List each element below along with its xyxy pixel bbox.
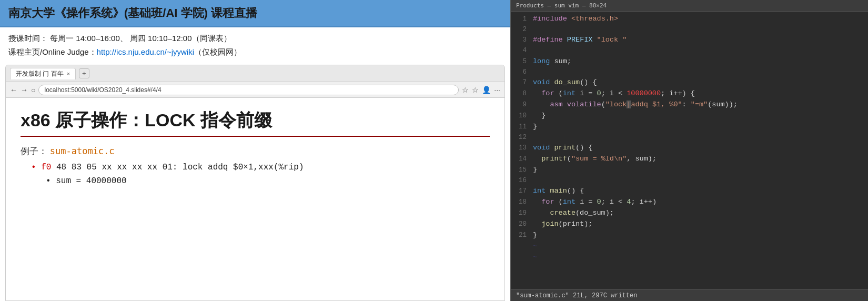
profile-icon[interactable]: 👤	[482, 86, 491, 94]
course-homepage: 课程主页/Online Judge：http://ics.nju.edu.cn/…	[8, 45, 502, 59]
slide-example-label: 例子： sum-atomic.c	[21, 145, 490, 157]
tab-close-button[interactable]: ×	[67, 71, 70, 77]
course-time: 授课时间： 每周一 14:00–16:00、 周四 10:10–12:00（同课…	[8, 32, 502, 45]
browser-tab[interactable]: 开发版制 门 百年 ×	[10, 68, 76, 79]
code-line-11: 11 }	[511, 122, 868, 133]
line-num-4: 4	[515, 46, 527, 56]
code-content-19: create(do_sum);	[533, 208, 614, 219]
code-line-7: 7 void do_sum() {	[511, 77, 868, 88]
code-line-14: 14 printf("sum = %ld\n", sum);	[511, 154, 868, 165]
browser-window: 开发版制 门 百年 × + ← → ○ localhost:5000/wiki/…	[5, 65, 505, 301]
browser-toolbar: 开发版制 门 百年 × +	[6, 65, 504, 82]
code-line-tilde1: ~	[511, 241, 868, 252]
code-line-15: 15 }	[511, 165, 868, 176]
code-content-21: }	[533, 230, 537, 241]
homepage-text-suffix: （仅校园网）	[194, 47, 241, 56]
tab-add-button[interactable]: +	[79, 68, 89, 78]
line-num-18: 18	[515, 197, 527, 207]
code-content-9: asm volatile("lock|addq $1, %0": "=m"(su…	[533, 99, 738, 111]
more-options-icon[interactable]: ···	[494, 86, 500, 94]
example-link[interactable]: sum-atomic.c	[50, 146, 115, 156]
browser-content: x86 原子操作：LOCK 指令前缀 例子： sum-atomic.c • f0…	[6, 98, 504, 300]
code-content-5: long sum;	[533, 56, 571, 67]
code-area: 1 #include <threads.h> 2 3 #define PREFI…	[511, 12, 868, 289]
bullet-rest: 48 83 05 xx xx xx xx 01: lock addq $0×1,…	[51, 163, 304, 172]
code-line-2: 2	[511, 25, 868, 35]
left-panel: 南京大学《操作系统》(基础班/AI 学院) 课程直播 授课时间： 每周一 14:…	[0, 0, 510, 301]
example-text: 例子：	[21, 146, 47, 156]
code-content-3: #define PREFIX "lock "	[533, 35, 627, 46]
editor-status: "sum-atomic.c" 21L, 297C written	[511, 289, 868, 301]
line-num-20: 20	[515, 219, 527, 229]
line-num-19: 19	[515, 208, 527, 218]
code-line-17: 17 int main() {	[511, 186, 868, 197]
code-line-16: 16	[511, 176, 868, 186]
line-num-1: 1	[515, 14, 527, 24]
line-num-3: 3	[515, 35, 527, 45]
code-line-19: 19 create(do_sum);	[511, 208, 868, 219]
code-content-1: #include <threads.h>	[533, 14, 618, 25]
code-content-13: void print() {	[533, 143, 592, 154]
slide-title: x86 原子操作：LOCK 指令前缀	[21, 108, 490, 133]
homepage-text-prefix: 课程主页/Online Judge：	[8, 47, 97, 56]
code-line-3: 3 #define PREFIX "lock "	[511, 35, 868, 46]
course-info: 授课时间： 每周一 14:00–16:00、 周四 10:10–12:00（同课…	[0, 27, 510, 61]
code-line-tilde2: ~	[511, 252, 868, 263]
line-num-14: 14	[515, 154, 527, 164]
code-content-20: join(print);	[533, 219, 592, 230]
code-content-18: for (int i = 0; i < 4; i++)	[533, 197, 657, 208]
line-num-10: 10	[515, 111, 527, 121]
slide-divider	[21, 136, 490, 137]
bookmark-star[interactable]: ☆	[462, 86, 469, 94]
code-content-10: }	[533, 111, 546, 122]
line-num-5: 5	[515, 57, 527, 67]
code-line-18: 18 for (int i = 0; i < 4; i++)	[511, 197, 868, 208]
editor-titlebar: Products — sum vim — 80×24	[511, 0, 868, 12]
code-line-10: 10 }	[511, 111, 868, 122]
editor-title: Products — sum vim — 80×24	[516, 2, 607, 9]
line-num-16: 16	[515, 176, 527, 186]
refresh-button[interactable]: ○	[31, 86, 35, 94]
address-bar[interactable]: localhost:5000/wiki/OS2020_4.slides#/4/4	[38, 85, 459, 95]
code-content-7: void do_sum() {	[533, 77, 597, 88]
code-line-13: 13 void print() {	[511, 143, 868, 154]
code-line-8: 8 for (int i = 0; i < 10000000; i++) {	[511, 88, 868, 99]
code-line-12: 12	[511, 133, 868, 143]
line-num-11: 11	[515, 122, 527, 132]
line-num-2: 2	[515, 25, 527, 35]
code-content-11: }	[533, 122, 537, 133]
line-num-21: 21	[515, 230, 527, 240]
slide-bullet-1: • f0 48 83 05 xx xx xx xx 01: lock addq …	[31, 163, 490, 172]
tilde-2: ~	[533, 252, 537, 263]
url-text: localhost:5000/wiki/OS2020_4.slides#/4/4	[44, 86, 161, 94]
code-content-15: }	[533, 165, 537, 176]
forward-button[interactable]: →	[21, 86, 28, 94]
line-num-6: 6	[515, 67, 527, 77]
line-num-13: 13	[515, 143, 527, 153]
bookmark-star2[interactable]: ☆	[472, 86, 479, 94]
code-line-20: 20 join(print);	[511, 219, 868, 230]
code-content-8: for (int i = 0; i < 10000000; i++) {	[533, 88, 695, 99]
code-line-5: 5 long sum;	[511, 56, 868, 67]
right-panel: Products — sum vim — 80×24 1 #include <t…	[510, 0, 868, 301]
code-line-9: 9 asm volatile("lock|addq $1, %0": "=m"(…	[511, 99, 868, 111]
code-line-21: 21 }	[511, 230, 868, 241]
line-num-9: 9	[515, 100, 527, 110]
homepage-link[interactable]: http://ics.nju.edu.cn/~jyywiki	[97, 47, 195, 56]
header-banner: 南京大学《操作系统》(基础班/AI 学院) 课程直播	[0, 0, 510, 27]
tilde-1: ~	[533, 241, 537, 252]
line-num-15: 15	[515, 165, 527, 175]
slide-sub-bullet: • sum = 40000000	[46, 176, 490, 186]
code-content-14: printf("sum = %ld\n", sum);	[533, 154, 657, 165]
line-num-7: 7	[515, 78, 527, 88]
code-line-6: 6	[511, 67, 868, 77]
line-num-8: 8	[515, 89, 527, 99]
addressbar-row: ← → ○ localhost:5000/wiki/OS2020_4.slide…	[6, 82, 504, 98]
code-line-1: 1 #include <threads.h>	[511, 14, 868, 25]
header-title: 南京大学《操作系统》(基础班/AI 学院) 课程直播	[8, 6, 257, 19]
line-num-17: 17	[515, 186, 527, 196]
bullet-red-text: • f0	[31, 163, 51, 172]
line-num-12: 12	[515, 133, 527, 143]
back-button[interactable]: ←	[10, 86, 17, 94]
tab-label: 开发版制 门 百年	[16, 69, 64, 78]
